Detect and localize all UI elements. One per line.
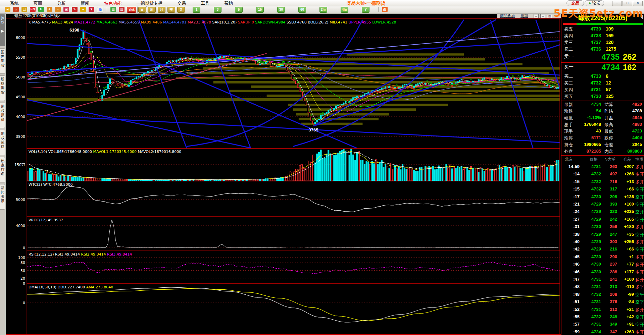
- menu-item-0[interactable]: 系统: [3, 0, 26, 6]
- period-month-button[interactable]: 月: [158, 7, 165, 13]
- ask-volume: 1275: [606, 46, 626, 52]
- tick-price: 4730: [582, 194, 601, 199]
- menu-item-6[interactable]: 交易: [170, 0, 193, 6]
- tick-price: 4731: [582, 277, 601, 282]
- menu-item-2[interactable]: 分析: [50, 0, 73, 6]
- period-week-button[interactable]: 周: [148, 7, 156, 13]
- table-icon[interactable]: ▦: [110, 7, 116, 12]
- period-5min-button[interactable]: 5: [235, 7, 243, 13]
- sidebar-tab-jsfx[interactable]: jsfx▶: [0, 14, 5, 46]
- kline-icon[interactable]: ▥: [119, 7, 125, 12]
- period-60min-button[interactable]: 60: [298, 7, 306, 13]
- menu-item-1[interactable]: 页面: [26, 0, 50, 6]
- next-window-icon[interactable]: ⇨: [540, 14, 545, 18]
- period-1min-button[interactable]: 1: [193, 7, 200, 13]
- tick-time: :52: [563, 307, 580, 312]
- filter-icon[interactable]: ▼: [89, 7, 94, 12]
- menu-item-5[interactable]: 一德期货专栏: [129, 0, 170, 6]
- tick-time: :15: [563, 186, 580, 191]
- maximize-button[interactable]: □: [623, 1, 632, 6]
- svg-text:4000: 4000: [16, 115, 25, 119]
- trade-button[interactable]: 交易: [566, 0, 584, 6]
- tick-position-change: +100: [618, 202, 634, 207]
- pencil-icon[interactable]: ✎: [72, 7, 78, 12]
- ask-price: 4738: [582, 33, 601, 38]
- tick-volume: 241: [602, 277, 617, 282]
- ask-label: 卖二: [564, 46, 579, 52]
- tick-header-chg: 仓差: [617, 157, 631, 162]
- tick-price: 4730: [582, 254, 601, 259]
- peak-annotation: 6198: [69, 27, 79, 33]
- svg-text:150万: 150万: [14, 163, 25, 167]
- stat-value: -54: [576, 108, 601, 113]
- tick-nature: 空开: [635, 314, 644, 320]
- main-indicator-label: K MA5:4775 MA13:4824 MA21:4772 MA34:4663…: [29, 20, 396, 24]
- alarm-icon[interactable]: ♦: [80, 7, 86, 12]
- overlay-link[interactable]: 商品叠加: [500, 14, 515, 18]
- forum-button[interactable]: ● 论坛: [585, 0, 604, 6]
- minimize-button[interactable]: ─: [612, 1, 622, 6]
- menu-item-8[interactable]: 帮助: [217, 0, 240, 6]
- tick-nature: 多开: [635, 179, 644, 185]
- sidebar-tab-2[interactable]: 期权报价: [0, 103, 5, 128]
- tick-price: 4732: [582, 171, 601, 176]
- period-3min-button[interactable]: 3: [214, 7, 221, 13]
- tick-nature: 空开: [635, 209, 644, 215]
- price-chart-canvas[interactable]: 61983765600055005000450040003500150万5000…: [6, 18, 561, 335]
- tick-price: 4731: [582, 307, 601, 312]
- period-30min-button[interactable]: 30: [277, 7, 285, 13]
- zoom-in-icon[interactable]: +: [47, 7, 52, 12]
- tick-nature: 空开: [635, 322, 644, 328]
- ask1-label: 卖一: [564, 54, 579, 60]
- ask-label: 卖三: [564, 40, 579, 46]
- period-link[interactable]: 周期: [521, 14, 528, 18]
- menu-item-7[interactable]: 工具: [193, 0, 217, 6]
- period-15min-button[interactable]: 15: [256, 7, 264, 13]
- period-season-button[interactable]: 季: [167, 7, 175, 13]
- period-2hr-button[interactable]: 2hr: [319, 7, 327, 13]
- sidebar-tab-1[interactable]: 股指期货: [0, 75, 5, 101]
- tick-volume: 347: [602, 329, 617, 334]
- tick-price: 4729: [582, 246, 601, 252]
- split-window-icon[interactable]: ◫: [547, 14, 552, 18]
- new-icon[interactable]: 新: [97, 7, 103, 13]
- tick-price: 4730: [582, 262, 601, 267]
- tick-header-vol: ∿大单: [599, 157, 616, 162]
- sidebar-tab-3[interactable]: 期权策略: [0, 130, 5, 155]
- sidebar-tab-5[interactable]: 新闻资讯: [0, 184, 5, 210]
- menu-item-4[interactable]: 特色功能: [97, 0, 129, 6]
- tick-button[interactable]: Tick: [127, 7, 136, 13]
- sidebar-tab-0[interactable]: 国内期货: [0, 48, 5, 74]
- tick-volume: 208: [602, 292, 617, 297]
- fn-icon[interactable]: FN: [30, 7, 36, 12]
- zoom-out-icon[interactable]: −: [55, 7, 61, 12]
- forum-label: 论坛: [592, 1, 600, 5]
- notes-icon[interactable]: ▤: [21, 7, 27, 12]
- svg-text:50: 50: [20, 269, 25, 273]
- ask1-volume: 262: [623, 52, 643, 62]
- refresh-icon[interactable]: ↻: [38, 7, 44, 12]
- stat-value: 5171: [576, 135, 601, 140]
- menu-items: 系统页面分析新闻特色功能一德期货专栏交易工具帮助: [3, 0, 240, 6]
- tick-time: :17: [563, 194, 580, 199]
- period-4hr-button[interactable]: 4hr: [341, 7, 348, 13]
- chart-area: 螺纹2205(010605)<日线> 商品叠加 周期 ⇦ ⇨ ◫ 6198376…: [6, 13, 561, 335]
- home-icon[interactable]: ⌂: [13, 7, 19, 12]
- separator: [378, 7, 379, 12]
- tick-position-change: -110: [618, 284, 634, 289]
- period-year-button[interactable]: Y: [362, 7, 369, 13]
- stat-value: 872185: [576, 149, 601, 154]
- period-day-button[interactable]: 日: [138, 7, 146, 13]
- tick-volume: 376: [602, 299, 617, 304]
- period-x-button[interactable]: X: [177, 7, 185, 13]
- ask-volume: 120: [606, 40, 626, 45]
- sidebar-tab-4[interactable]: 热点排名: [0, 157, 5, 182]
- tick-nature: 多开: [635, 224, 644, 230]
- menu-item-3[interactable]: 新闻: [73, 0, 97, 6]
- tick-volume: 323: [602, 209, 617, 214]
- draw-icon[interactable]: 画: [382, 7, 388, 12]
- back-icon[interactable]: ◄: [5, 7, 10, 12]
- prev-window-icon[interactable]: ⇦: [534, 14, 539, 18]
- close-button[interactable]: ✕: [633, 1, 643, 6]
- color-blocks-icon[interactable]: ▣: [63, 7, 69, 12]
